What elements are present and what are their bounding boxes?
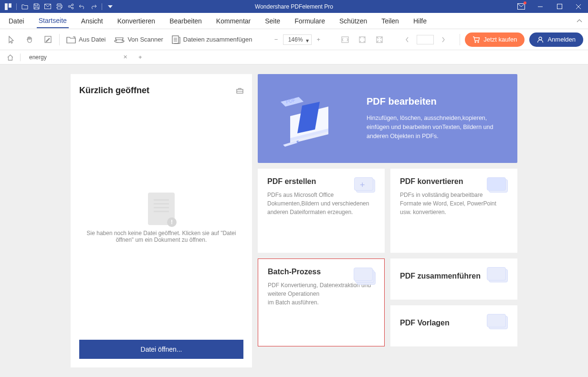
svg-point-16 [539,37,542,40]
merge-files-label: Dateien zusammenfügen [183,36,252,43]
svg-rect-0 [5,3,8,10]
svg-rect-1 [9,3,11,8]
cart-icon [472,36,480,43]
menu-konvertieren[interactable]: Konvertieren [116,14,157,28]
zoom-out-button[interactable]: − [271,34,282,45]
batch-process-icon [353,266,376,285]
svg-point-5 [72,7,74,9]
svg-point-14 [475,42,476,43]
redo-icon[interactable] [88,1,99,12]
menu-ansicht[interactable]: Ansicht [79,14,105,28]
app-logo-icon [3,1,13,12]
convert-pdf-icon [486,175,509,194]
minimize-button[interactable] [531,0,550,13]
login-button[interactable]: Anmelden [529,32,583,47]
menu-seite[interactable]: Seite [263,14,282,28]
from-file-button[interactable]: Aus Datei [64,36,107,43]
card-desc: PDFs aus Microsoft Office Dokumenten,Bil… [267,191,372,216]
user-icon [537,36,544,43]
collapse-ribbon-icon[interactable] [577,19,582,23]
prev-page-button[interactable] [400,33,414,46]
menu-hilfe[interactable]: Hilfe [411,14,429,28]
tab-label: energy [29,54,47,61]
select-tool-icon[interactable] [5,33,18,46]
next-page-button[interactable] [437,33,450,46]
zoom-in-button[interactable]: + [313,34,324,45]
chevron-down-icon: ▾ [306,37,309,44]
hand-tool-icon[interactable] [23,33,36,46]
from-scanner-label: Von Scanner [127,36,163,43]
tabbar: energy ✕ + [0,50,588,65]
templates-icon [486,312,509,331]
document-tab[interactable]: energy ✕ [26,54,130,61]
actions-panel: PDF PDF bearbeiten Hinzufügen, löschen, … [258,74,517,367]
empty-doc-icon [148,193,175,225]
menu-formulare[interactable]: Formulare [293,14,327,28]
zoom-value[interactable]: 146%▾ [283,34,312,45]
fit-width-icon[interactable] [373,33,386,46]
mail-icon[interactable] [42,1,53,12]
hero-desc: Hinzufügen, löschen, ausschneiden,kopier… [367,114,504,140]
recent-title: Kürzlich geöffnet [79,86,149,96]
undo-icon[interactable] [77,1,87,12]
menu-startseite[interactable]: Startseite [37,14,69,28]
templates-card[interactable]: PDF Vorlagen [390,305,517,346]
edit-tool-icon[interactable] [41,33,54,46]
recent-panel: Kürzlich geöffnet Sie haben noch keine D… [71,74,252,367]
svg-point-4 [72,4,74,6]
dropdown-icon[interactable] [105,1,116,12]
print-icon[interactable] [54,1,64,12]
svg-rect-7 [557,4,562,9]
save-icon[interactable] [31,1,42,12]
menu-bearbeiten[interactable]: Bearbeiten [168,14,204,28]
titlebar: Wondershare PDFelement Pro [0,0,588,13]
page-number-input[interactable] [417,35,434,44]
card-desc: PDF Konvertierung, Datenextraktion und w… [268,281,373,307]
toolbar: Aus Datei Von Scanner Dateien zusammenfü… [0,29,588,50]
from-file-label: Aus Datei [79,36,105,43]
app-title: Wondershare PDFelement Pro [255,3,333,10]
svg-point-15 [478,42,479,43]
fit-page-icon[interactable] [356,33,369,46]
open-file-button[interactable]: Datei öffnen... [79,340,243,359]
from-scanner-button[interactable]: Von Scanner [112,36,165,43]
merge-pdf-icon [486,265,509,284]
empty-text: Sie haben noch keine Datei geöffnet. Kli… [79,230,243,243]
create-pdf-icon: + [353,175,376,194]
convert-pdf-card[interactable]: PDF konvertieren PDFs in vollständig bea… [390,169,517,253]
menubar: Datei Startseite Ansicht Konvertieren Be… [0,13,588,29]
menu-schuetzen[interactable]: Schützen [337,14,369,28]
merge-pdf-card[interactable]: PDF zusammenführen [390,259,517,300]
edit-pdf-illustration: PDF [271,85,352,152]
notification-icon[interactable] [512,0,531,13]
merge-files-button[interactable]: Dateien zusammenfügen [170,35,254,44]
new-tab-button[interactable]: + [136,54,145,61]
buy-now-button[interactable]: Jetzt kaufen [465,32,525,47]
maximize-button[interactable] [550,0,569,13]
edit-pdf-hero[interactable]: PDF PDF bearbeiten Hinzufügen, löschen, … [258,74,517,163]
home-tab-icon[interactable] [6,53,14,62]
close-tab-icon[interactable]: ✕ [123,54,127,60]
svg-rect-11 [342,37,348,43]
open-folder-icon[interactable] [20,1,30,12]
menu-teilen[interactable]: Teilen [379,14,401,28]
buy-now-label: Jetzt kaufen [483,36,517,43]
share-icon[interactable] [65,1,76,12]
fit-actual-icon[interactable] [338,33,352,46]
card-desc: PDFs in vollständig bearbeitbare Formate… [400,191,505,216]
workspace: Kürzlich geöffnet Sie haben noch keine D… [0,65,588,377]
login-label: Anmelden [547,36,576,43]
menu-datei[interactable]: Datei [7,14,26,28]
close-button[interactable] [569,0,588,13]
batch-process-card[interactable]: Batch-Prozess PDF Konvertierung, Datenex… [258,259,385,346]
create-pdf-card[interactable]: + PDF erstellen PDFs aus Microsoft Offic… [258,169,385,253]
svg-point-3 [68,6,70,8]
hero-title: PDF bearbeiten [367,96,504,107]
menu-kommentar[interactable]: Kommentar [214,14,252,28]
briefcase-icon[interactable] [236,87,243,94]
